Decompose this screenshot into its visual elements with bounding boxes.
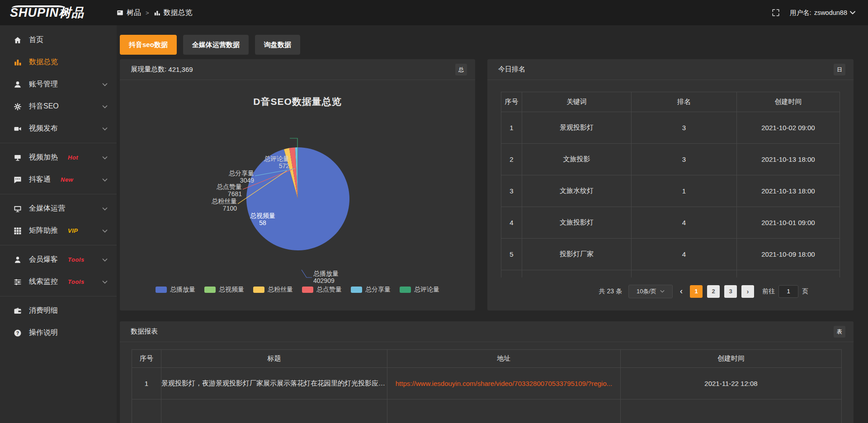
sidebar-item-label: 操作说明 (29, 328, 58, 338)
pagination: 共 23 条 10条/页 ‹ 1 2 3 › 前往 页 (487, 285, 854, 298)
sidebar-item-label: 视频加热 (29, 153, 58, 162)
report-title: 数据报表 (131, 327, 158, 336)
legend-item-fans[interactable]: 总粉丝量 (253, 286, 293, 294)
tab-media-operation-data[interactable]: 全媒体运营数据 (183, 35, 249, 55)
new-badge: New (61, 176, 73, 183)
sidebar-item-leads-monitor[interactable]: 线索监控 Tools (0, 271, 117, 293)
screen-push-icon (14, 154, 22, 162)
breadcrumb-label: 数据总览 (164, 8, 193, 18)
col-url: 地址 (387, 350, 621, 368)
day-toggle-button[interactable]: 日 (834, 64, 845, 75)
sidebar-item-label: 首页 (29, 35, 43, 45)
panel-header: 今日排名 (487, 59, 854, 80)
table-header-row: 序号 标题 地址 创建时间 (132, 350, 842, 368)
main-content: 抖音seo数据 全媒体运营数据 询盘数据 展现量总数: 421,369 总 D音… (117, 25, 868, 423)
sidebar-item-media-operation[interactable]: 全媒体运营 (0, 197, 117, 220)
fullscreen-icon[interactable] (772, 9, 780, 17)
col-created: 创建时间 (621, 350, 842, 368)
sidebar-divider (0, 194, 117, 194)
sidebar-item-label: 数据总览 (29, 57, 58, 67)
table-row: 4 文旅投影灯 4 2021-10-01 09:00 (501, 207, 840, 239)
table-row-partial (132, 400, 842, 423)
chevron-down-icon (102, 258, 108, 262)
pie-chart-canvas[interactable] (120, 80, 475, 292)
breadcrumb: 树品 > 数据总览 (117, 8, 193, 18)
table-toggle-button[interactable]: 表 (834, 326, 845, 338)
legend-item-shares[interactable]: 总分享量 (351, 286, 391, 294)
seo-overview-panel: 展现量总数: 421,369 总 D音SEO数据量总览 (120, 59, 475, 310)
person-icon (14, 256, 22, 264)
next-page-button[interactable]: › (741, 285, 754, 298)
video-camera-icon (14, 125, 22, 133)
goto-page-input[interactable] (778, 285, 798, 298)
gear-icon (14, 103, 22, 111)
sidebar-item-doukrtong[interactable]: 抖客通 New (0, 169, 117, 191)
chevron-down-icon (850, 11, 855, 14)
col-created: 创建时间 (737, 92, 840, 112)
page-size-select[interactable]: 10条/页 (628, 285, 673, 298)
chevron-down-icon (102, 83, 108, 86)
sidebar-item-help[interactable]: ? 操作说明 (0, 322, 117, 344)
app-logo[interactable]: SHUPIN树品 (0, 5, 117, 21)
video-link[interactable]: https://www.iesdouyin.com/share/video/70… (396, 380, 613, 387)
legend-item-likes[interactable]: 总点赞量 (302, 286, 342, 294)
sidebar-item-label: 视频发布 (29, 124, 58, 133)
col-index: 序号 (501, 92, 522, 112)
sidebar: 首页 数据总览 账号管理 (0, 25, 117, 423)
tab-douyin-seo-data[interactable]: 抖音seo数据 (120, 35, 177, 55)
header-actions: 用户名: zswodun88 (772, 9, 868, 17)
chat-bubble-icon (14, 176, 22, 184)
tab-inquiry-data[interactable]: 询盘数据 (255, 35, 300, 55)
sidebar-item-label: 消费明细 (29, 306, 58, 315)
goto-suffix: 页 (802, 287, 808, 296)
prev-page-button[interactable]: ‹ (677, 287, 685, 296)
col-index: 序号 (132, 350, 161, 368)
sidebar-item-video-heat[interactable]: 视频加热 Hot (0, 146, 117, 169)
legend-item-comments[interactable]: 总评论量 (400, 286, 439, 294)
page-button-2[interactable]: 2 (707, 285, 720, 298)
legend-swatch (400, 287, 411, 293)
username: zswodun88 (814, 9, 847, 16)
sidebar-item-consumption[interactable]: 消费明细 (0, 300, 117, 322)
chevron-down-icon (102, 229, 108, 233)
ranking-table: 序号 关键词 排名 创建时间 1 景观投影灯 3 2021-10-02 09:0… (501, 92, 840, 277)
vip-badge: VIP (68, 227, 78, 234)
sidebar-item-home[interactable]: 首页 (0, 29, 117, 51)
sidebar-item-label: 全媒体运营 (29, 204, 65, 213)
sidebar-item-video-publish[interactable]: 视频发布 (0, 118, 117, 140)
bar-chart-icon (154, 9, 160, 16)
legend-item-plays[interactable]: 总播放量 (156, 286, 195, 294)
tools-badge: Tools (68, 256, 85, 263)
legend-item-videos[interactable]: 总视频量 (204, 286, 244, 294)
table-row: 5 投影灯厂家 4 2021-10-09 18:00 (501, 239, 840, 270)
top-header: SHUPIN树品 树品 > 数据总览 (0, 0, 868, 25)
page-button-3[interactable]: 3 (724, 285, 737, 298)
pie-label-comments: 总评论量572 (264, 155, 289, 169)
sidebar-item-label: 抖客通 (29, 175, 51, 184)
sidebar-divider (0, 245, 117, 245)
chevron-down-icon (102, 156, 108, 160)
ranking-title: 今日排名 (498, 65, 525, 74)
grid-icon (14, 227, 22, 235)
goto-label: 前往 (762, 287, 775, 296)
total-toggle-button[interactable]: 总 (455, 64, 467, 75)
pagination-total: 共 23 条 (599, 287, 622, 296)
legend-swatch (204, 287, 216, 293)
legend-swatch (351, 287, 362, 293)
sidebar-divider (0, 143, 117, 143)
tools-badge: Tools (68, 278, 85, 285)
sidebar-item-data-overview[interactable]: 数据总览 (0, 51, 117, 73)
sidebar-item-account[interactable]: 账号管理 (0, 73, 117, 95)
user-menu[interactable]: 用户名: zswodun88 (790, 9, 855, 17)
user-icon (14, 80, 22, 89)
sidebar-item-label: 会员爆客 (29, 255, 58, 264)
breadcrumb-current[interactable]: 数据总览 (154, 8, 193, 18)
pie-label-videos: 总视频量58 (250, 212, 275, 226)
sidebar-item-matrix-boost[interactable]: 矩阵助推 VIP (0, 220, 117, 242)
sidebar-item-member-burst[interactable]: 会员爆客 Tools (0, 249, 117, 271)
page-button-1[interactable]: 1 (690, 285, 703, 298)
leader-line-plays (302, 270, 312, 277)
pie-slices[interactable] (246, 147, 349, 250)
sidebar-item-douyin-seo[interactable]: 抖音SEO (0, 95, 117, 118)
breadcrumb-home[interactable]: 树品 (117, 8, 141, 18)
